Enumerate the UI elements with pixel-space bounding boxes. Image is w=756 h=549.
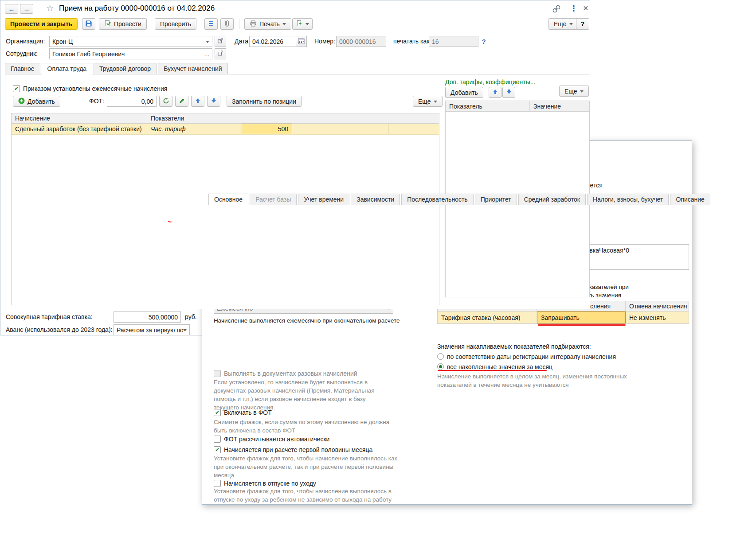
currency-label: руб.	[185, 311, 197, 323]
print-as-help-link[interactable]: ?	[482, 38, 486, 46]
print-as-label: печатать как:	[393, 36, 431, 47]
date-calendar-button[interactable]	[296, 36, 307, 47]
export-document-icon	[296, 20, 303, 28]
chevron-down-icon[interactable]	[183, 329, 187, 333]
total-rate-label: Совокупная тарифная ставка:	[6, 311, 93, 323]
organization-combo[interactable]: Крон-Ц	[49, 36, 212, 47]
accrual-row[interactable]: Сдельный заработок (без тарифной ставки)…	[12, 124, 439, 135]
fot-auto-checkbox[interactable]	[214, 436, 221, 443]
check-button[interactable]: Проверить	[155, 18, 196, 30]
fot-value: 0,00	[141, 98, 153, 105]
extra-more-button[interactable]: Еще	[559, 86, 589, 97]
include-fot-checkbox-row: Включать в ФОТ	[214, 409, 272, 416]
first-half-hint-text: Установите флажок для того, чтобы начисл…	[214, 454, 400, 479]
indicator-name-cell[interactable]: Час. тариф	[147, 124, 242, 134]
tab-basic[interactable]: Основное	[208, 194, 248, 205]
employee-open-button[interactable]	[215, 48, 226, 59]
tab-contract[interactable]: Трудовой договор	[94, 63, 157, 74]
first-half-checkbox[interactable]	[214, 446, 221, 453]
extra-add-button[interactable]: Добавить	[445, 87, 483, 98]
all-month-radio[interactable]	[437, 363, 444, 370]
help-button[interactable]: ?	[576, 18, 589, 30]
accrual-name-cell[interactable]: Сдельный заработок (без тарифной ставки)	[12, 124, 147, 134]
column-indicators[interactable]: Показатели	[147, 113, 439, 123]
indicator-value-cell[interactable]: 500	[242, 124, 292, 134]
post-button[interactable]: Провести	[99, 18, 147, 30]
tab-description[interactable]: Описание	[670, 194, 710, 205]
tab-time-tracking[interactable]: Учет времени	[298, 194, 349, 205]
forward-button[interactable]: →	[20, 4, 33, 14]
employee-label: Сотрудник:	[6, 48, 38, 59]
choose-dots-button[interactable]: ...	[204, 51, 209, 58]
total-rate-field[interactable]: 500,00000	[114, 311, 181, 323]
tab-priority[interactable]: Приоритет	[475, 194, 517, 205]
move-up-button[interactable]	[191, 96, 204, 107]
edit-button[interactable]	[175, 96, 188, 107]
organization-label: Организация:	[6, 36, 45, 47]
tab-calc-base[interactable]: Расчет базы	[250, 194, 297, 205]
organization-open-button[interactable]	[215, 36, 226, 47]
employee-value: Голиков Глеб Георгиевич	[52, 51, 201, 58]
grid-more-button[interactable]: Еще	[413, 96, 443, 107]
advance-label: Аванс (использовался до 2023 года):	[6, 324, 112, 335]
onetime-label: Выполнять в документах разовых начислени…	[224, 370, 357, 377]
all-month-radio-row: все накопленные значения за месяц	[437, 363, 552, 370]
first-half-label: Начисляется при расчете первой половины …	[224, 446, 372, 453]
indicator-name-cell[interactable]: Тарифная ставка (часовая)	[438, 311, 537, 323]
red-underline-annotation	[538, 324, 626, 326]
date-field[interactable]: 04.02.2026	[249, 36, 296, 47]
extra-tariffs-link[interactable]: Доп. тарифы, коэффициенты...	[445, 78, 535, 86]
fot-field[interactable]: 0,00	[107, 96, 157, 107]
by-interval-radio[interactable]	[437, 353, 444, 360]
tab-taxes[interactable]: Налоги, взносы, бухучет	[587, 194, 669, 205]
chevron-down-icon	[306, 23, 309, 27]
advance-combo[interactable]: Расчетом за первую пол...	[114, 324, 190, 335]
close-icon[interactable]: ×	[583, 4, 588, 12]
list-view-button[interactable]	[204, 18, 218, 30]
column-on-cancel[interactable]: Отмена начисления	[626, 301, 689, 311]
tab-sequence[interactable]: Последовательность	[401, 194, 473, 205]
more-actions-button[interactable]: Еще	[548, 18, 578, 30]
post-and-close-button[interactable]: Провести и закрыть	[5, 18, 78, 30]
number-value: 0000-000016	[339, 38, 383, 45]
care-leave-checkbox-row: Начисляется в отпуске по уходу	[214, 479, 316, 487]
kebab-menu-icon[interactable]: ⋮	[570, 4, 578, 13]
column-accrual[interactable]: Начисление	[12, 113, 147, 123]
tab-accounting[interactable]: Бухучет начислений	[158, 63, 227, 74]
accrual-settings-window: ← → ☆ Сдельный заработок (без тарифной с…	[202, 140, 692, 505]
extra-move-down-button[interactable]	[502, 87, 515, 98]
indicator-row[interactable]: Тарифная ставка (часовая) Запрашивать Не…	[438, 311, 689, 323]
column-indicator[interactable]: Показатель	[446, 101, 530, 111]
tab-main[interactable]: Главное	[5, 63, 40, 74]
arrow-down-icon	[211, 97, 217, 105]
employee-combo[interactable]: Голиков Глеб Георгиевич ...	[49, 48, 212, 59]
save-button[interactable]	[82, 18, 95, 30]
export-menu-button[interactable]	[292, 18, 313, 30]
grid-more-label: Еще	[418, 98, 431, 105]
monthly-accruals-checkbox[interactable]	[13, 85, 20, 92]
attachments-button[interactable]	[220, 18, 234, 30]
all-month-label: все накопленные значения за месяц	[447, 363, 552, 370]
pencil-icon	[179, 97, 185, 105]
back-button[interactable]: ←	[5, 4, 18, 14]
care-leave-checkbox[interactable]	[214, 480, 221, 487]
get-link-icon[interactable]	[552, 5, 560, 14]
print-menu-button[interactable]: Печать	[244, 18, 291, 30]
on-assign-cell[interactable]: Запрашивать	[537, 311, 626, 323]
back-arrow-icon: ←	[8, 5, 15, 13]
include-fot-checkbox[interactable]	[214, 409, 221, 416]
tab-average-earnings[interactable]: Средний заработок	[518, 194, 586, 205]
organization-value: Крон-Ц	[52, 38, 206, 45]
fill-by-position-button[interactable]: Заполнить по позиции	[227, 96, 302, 107]
chevron-down-icon[interactable]	[206, 41, 209, 45]
tab-payroll[interactable]: Оплата труда	[42, 63, 93, 74]
extra-move-up-button[interactable]	[489, 87, 501, 98]
on-cancel-cell[interactable]: Не изменять	[626, 311, 689, 323]
favorite-star-icon[interactable]: ☆	[46, 4, 54, 13]
column-value[interactable]: Значение	[530, 101, 589, 111]
tab-dependencies[interactable]: Зависимости	[351, 194, 400, 205]
move-down-button[interactable]	[207, 96, 220, 107]
open-form-icon	[217, 38, 223, 45]
refresh-button[interactable]	[159, 96, 172, 107]
add-accrual-button[interactable]: Добавить	[13, 96, 60, 107]
